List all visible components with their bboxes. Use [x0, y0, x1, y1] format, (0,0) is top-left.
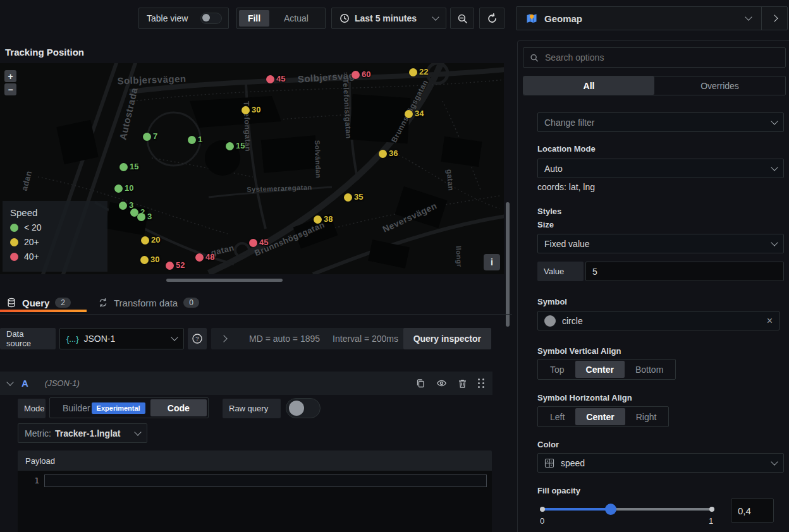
mode-label-text: Mode	[24, 404, 45, 413]
datasource-help-button[interactable]: ?	[188, 328, 207, 349]
change-filter-select[interactable]: Change filter	[537, 112, 784, 132]
time-range-picker[interactable]: Last 5 minutes	[331, 8, 446, 29]
options-tabs: All Overrides	[523, 76, 786, 95]
size-label: Size	[537, 220, 554, 229]
query-count-badge: 2	[55, 298, 71, 308]
mode-builder-option[interactable]: Builder	[51, 399, 92, 416]
point-value: 7	[153, 131, 157, 141]
refresh-button[interactable]	[479, 8, 505, 29]
datasource-label-text: Data source	[6, 329, 49, 348]
map-info-button[interactable]: i	[484, 254, 500, 270]
valign-bottom-option[interactable]: Bottom	[625, 361, 674, 378]
slider-max-dot	[709, 507, 714, 512]
point-dot	[141, 236, 149, 245]
delete-query-icon[interactable]	[458, 378, 467, 389]
location-mode-label: Location Mode	[537, 144, 596, 154]
raw-query-toggle[interactable]	[286, 398, 321, 418]
chevron-right-icon	[771, 15, 778, 21]
slider-handle[interactable]	[605, 504, 616, 515]
point-value: 48	[205, 252, 214, 262]
point-dot	[166, 262, 174, 270]
collapse-options-button[interactable]	[762, 7, 787, 30]
options-search-input[interactable]	[544, 52, 779, 63]
point-dot	[140, 256, 149, 264]
location-mode-select[interactable]: Auto	[537, 159, 784, 178]
valign-top-option[interactable]: Top	[539, 361, 575, 378]
table-view-toggle[interactable]	[200, 13, 222, 24]
fill-opacity-label: Fill opacity	[537, 486, 580, 495]
options-search[interactable]	[523, 47, 786, 68]
legend-color-dot	[10, 238, 18, 246]
value-label-text: Value	[544, 267, 564, 276]
query-row-header[interactable]: A (JSON-1)	[0, 372, 492, 395]
metric-dropdown[interactable]: Metric: Tracker-1.lnglat	[18, 423, 147, 443]
change-filter-placeholder: Change filter	[544, 118, 772, 128]
halign-center-option[interactable]: Center	[575, 408, 625, 425]
line-number: 1	[18, 476, 39, 485]
fill-button[interactable]: Fill	[239, 10, 269, 27]
visualization-picker[interactable]: Geomap	[516, 6, 788, 30]
map-zoom-in-button[interactable]: +	[4, 70, 16, 82]
tab-transform-data[interactable]: Transform data 0	[98, 295, 199, 310]
mode-code-option[interactable]: Code	[150, 399, 207, 416]
valign-center-option[interactable]: Center	[575, 361, 625, 378]
styles-label: Styles	[537, 207, 561, 216]
query-inspector-button[interactable]: Query inspector	[403, 328, 491, 349]
point-value: 15	[130, 162, 138, 171]
size-mode-select[interactable]: Fixed value	[537, 234, 784, 253]
raw-query-label: Raw query	[223, 399, 281, 418]
json-braces-icon: {...}	[66, 334, 79, 344]
halign-left-option[interactable]: Left	[539, 408, 575, 425]
actual-button[interactable]: Actual	[269, 13, 323, 23]
point-value: 52	[176, 260, 185, 270]
tab-query-label: Query	[22, 298, 49, 308]
drag-handle-icon[interactable]	[478, 378, 485, 388]
tab-all[interactable]: All	[523, 76, 654, 95]
query-options-summary[interactable]: MD = auto = 1895 Interval = 200ms Query …	[211, 328, 491, 349]
chevron-down-icon	[171, 334, 178, 341]
point-dot	[379, 150, 387, 158]
tab-overrides[interactable]: Overrides	[654, 76, 785, 95]
street-label: Solvändan	[314, 140, 322, 179]
collapse-query-icon[interactable]	[6, 378, 13, 385]
payload-code-input[interactable]	[44, 475, 487, 487]
legend-item: 40+	[10, 251, 100, 262]
point-value: 60	[362, 70, 370, 79]
experimental-badge: Experimental	[92, 402, 145, 414]
payload-editor[interactable]: 1	[18, 471, 492, 532]
legend-items: < 20 20+ 40+	[10, 222, 100, 262]
table-view-label: Table view	[147, 13, 188, 23]
table-view-control[interactable]: Table view	[138, 8, 229, 29]
time-zoom-out-button[interactable]	[450, 8, 474, 29]
symbol-label: Symbol	[537, 297, 567, 306]
datasource-picker[interactable]: {...} JSON-1	[59, 328, 184, 349]
vertical-scrollbar[interactable]	[506, 202, 510, 327]
chevron-down-icon	[771, 164, 778, 171]
tab-query[interactable]: Query 2	[6, 295, 71, 310]
point-value: 30	[150, 255, 159, 264]
legend-item: < 20	[10, 222, 100, 233]
fill-opacity-slider[interactable]	[537, 502, 721, 516]
horizontal-scrollbar[interactable]	[166, 279, 283, 282]
size-value-input[interactable]	[585, 262, 784, 281]
duplicate-query-icon[interactable]	[415, 378, 425, 389]
halign-right-option[interactable]: Right	[625, 408, 668, 425]
point-dot	[188, 136, 196, 144]
symbol-halign-label: Symbol Horizontal Align	[537, 393, 632, 402]
symbol-select[interactable]: circle ×	[537, 311, 780, 330]
symbol-valign-group: Top Center Bottom	[537, 359, 676, 380]
hide-query-icon[interactable]	[436, 378, 447, 389]
point-dot	[137, 213, 145, 221]
street-label: llongr	[455, 246, 463, 267]
color-field-select[interactable]: speed	[537, 453, 784, 473]
grafana-panel-editor: Table view Fill Actual Last 5 minutes Ge…	[0, 0, 789, 532]
clear-symbol-icon[interactable]: ×	[767, 315, 773, 327]
geomap-canvas[interactable]: Solbjersvägen Solbjersväg Autostrada Tel…	[0, 63, 504, 274]
slider-max-label: 1	[709, 516, 713, 526]
fill-opacity-value-input[interactable]	[731, 499, 774, 523]
chevron-down-icon	[771, 118, 778, 124]
help-icon: ?	[192, 333, 203, 344]
panel-title[interactable]: Tracking Position	[5, 47, 84, 57]
circle-symbol-icon	[544, 315, 556, 327]
map-zoom-out-button[interactable]: −	[4, 83, 16, 95]
